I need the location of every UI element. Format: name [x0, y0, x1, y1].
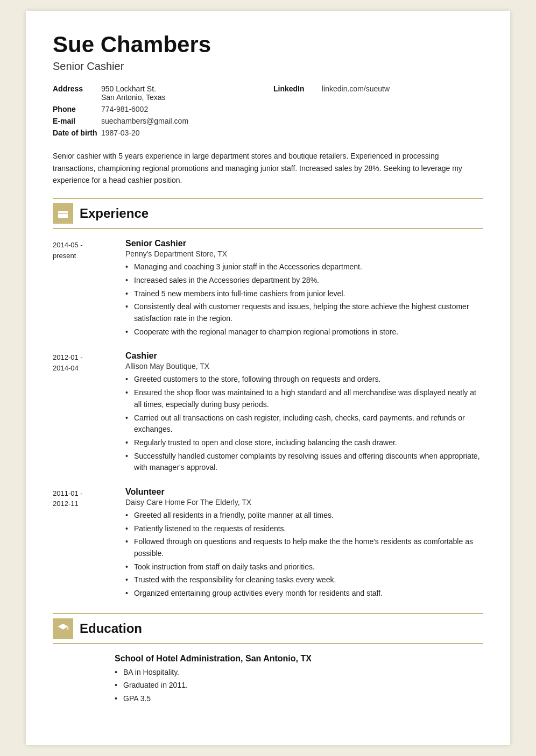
exp-bullets-0: Managing and coaching 3 junior staff in … [125, 261, 483, 338]
exp-bullet-1-1: Ensured the shop floor was maintained to… [125, 387, 483, 410]
exp-company-0: Penny's Department Store, TX [125, 249, 483, 258]
education-title: Education [80, 621, 142, 636]
experience-entries: 2014-05 - presentSenior CashierPenny's D… [53, 239, 483, 601]
experience-section-header: Experience [53, 198, 483, 229]
exp-bullet-1-2: Carried out all transactions on cash reg… [125, 412, 483, 436]
exp-entry-2: 2011-01 - 2012-11VolunteerDaisy Care Hom… [53, 487, 483, 601]
summary-text: Senior cashier with 5 years experience i… [53, 150, 483, 186]
candidate-title: Senior Cashier [53, 60, 483, 73]
experience-title: Experience [80, 206, 149, 221]
exp-bullet-0-4: Cooperate with the regional manager to c… [125, 326, 483, 338]
email-item: E-mail suechambers@gmail.com [53, 117, 263, 125]
linkedin-value: linkedin.com/sueutw [322, 84, 390, 93]
exp-bullet-0-3: Consistently deal with customer requests… [125, 301, 483, 324]
exp-bullet-0-1: Increased sales in the Accessories depar… [125, 275, 483, 287]
edu-bullets: BA in Hospitality.Graduated in 2011.GPA … [115, 667, 483, 705]
exp-bullet-0-2: Trained 5 new members into full-time cas… [125, 288, 483, 300]
phone-label: Phone [53, 105, 101, 113]
exp-bullet-2-2: Followed through on questions and reques… [125, 536, 483, 559]
graduation-cap-icon [57, 623, 69, 634]
exp-bullet-1-4: Successfully handled customer complaints… [125, 451, 483, 474]
exp-job-title-2: Volunteer [125, 487, 483, 497]
email-value: suechambers@gmail.com [101, 117, 188, 125]
dob-value: 1987-03-20 [101, 129, 140, 137]
address-line2: San Antonio, Texas [101, 93, 166, 102]
phone-item: Phone 774-981-6002 [53, 105, 263, 113]
svg-marker-2 [58, 624, 68, 630]
dob-item: Date of birth 1987-03-20 [53, 129, 263, 137]
exp-bullet-0-0: Managing and coaching 3 junior staff in … [125, 261, 483, 273]
exp-bullet-2-0: Greeted all residents in a friendly, pol… [125, 510, 483, 522]
experience-icon [53, 203, 73, 224]
exp-content-2: VolunteerDaisy Care Home For The Elderly… [125, 487, 483, 601]
briefcase-icon [57, 208, 69, 219]
exp-date-1: 2012-01 - 2014-04 [53, 351, 115, 475]
edu-bullet-1: Graduated in 2011. [115, 680, 483, 691]
education-section-header: Education [53, 613, 483, 644]
address-label: Address [53, 84, 101, 93]
exp-entry-1: 2012-01 - 2014-04CashierAllison May Bout… [53, 351, 483, 475]
exp-bullet-2-3: Took instruction from staff on daily tas… [125, 561, 483, 573]
education-entry: School of Hotel Administration, San Anto… [115, 654, 483, 705]
resume-container: Sue Chambers Senior Cashier Address 950 … [26, 11, 510, 745]
contact-grid: Address 950 Lockhart St. San Antonio, Te… [53, 84, 483, 140]
contact-left: Address 950 Lockhart St. San Antonio, Te… [53, 84, 263, 140]
svg-rect-0 [58, 211, 68, 218]
candidate-name: Sue Chambers [53, 32, 483, 57]
exp-content-1: CashierAllison May Boutique, TXGreeted c… [125, 351, 483, 475]
exp-entry-0: 2014-05 - presentSenior CashierPenny's D… [53, 239, 483, 339]
address-item: Address 950 Lockhart St. San Antonio, Te… [53, 84, 263, 102]
email-label: E-mail [53, 117, 101, 125]
exp-date-0: 2014-05 - present [53, 239, 115, 339]
address-value: 950 Lockhart St. San Antonio, Texas [101, 84, 166, 102]
exp-job-title-1: Cashier [125, 351, 483, 361]
address-line1: 950 Lockhart St. [101, 84, 166, 93]
exp-job-title-0: Senior Cashier [125, 239, 483, 248]
education-icon [53, 618, 73, 639]
edu-bullet-2: GPA 3.5 [115, 693, 483, 705]
exp-company-2: Daisy Care Home For The Elderly, TX [125, 498, 483, 507]
contact-right: LinkedIn linkedin.com/sueutw [273, 84, 483, 140]
exp-bullet-2-4: Trusted with the responsibility for clea… [125, 574, 483, 586]
exp-bullets-2: Greeted all residents in a friendly, pol… [125, 510, 483, 600]
exp-bullet-2-1: Patiently listened to the requests of re… [125, 523, 483, 535]
exp-bullet-1-0: Greeted customers to the store, followin… [125, 374, 483, 386]
exp-bullet-2-5: Organized entertaining group activities … [125, 588, 483, 600]
linkedin-item: LinkedIn linkedin.com/sueutw [273, 84, 483, 93]
exp-company-1: Allison May Boutique, TX [125, 362, 483, 370]
edu-school: School of Hotel Administration, San Anto… [115, 654, 483, 664]
linkedin-label: LinkedIn [273, 84, 322, 93]
exp-bullet-1-3: Regularly trusted to open and close stor… [125, 437, 483, 449]
edu-bullet-0: BA in Hospitality. [115, 667, 483, 679]
exp-bullets-1: Greeted customers to the store, followin… [125, 374, 483, 474]
dob-label: Date of birth [53, 129, 101, 137]
phone-value: 774-981-6002 [101, 105, 148, 113]
exp-date-2: 2011-01 - 2012-11 [53, 487, 115, 601]
exp-content-0: Senior CashierPenny's Department Store, … [125, 239, 483, 339]
